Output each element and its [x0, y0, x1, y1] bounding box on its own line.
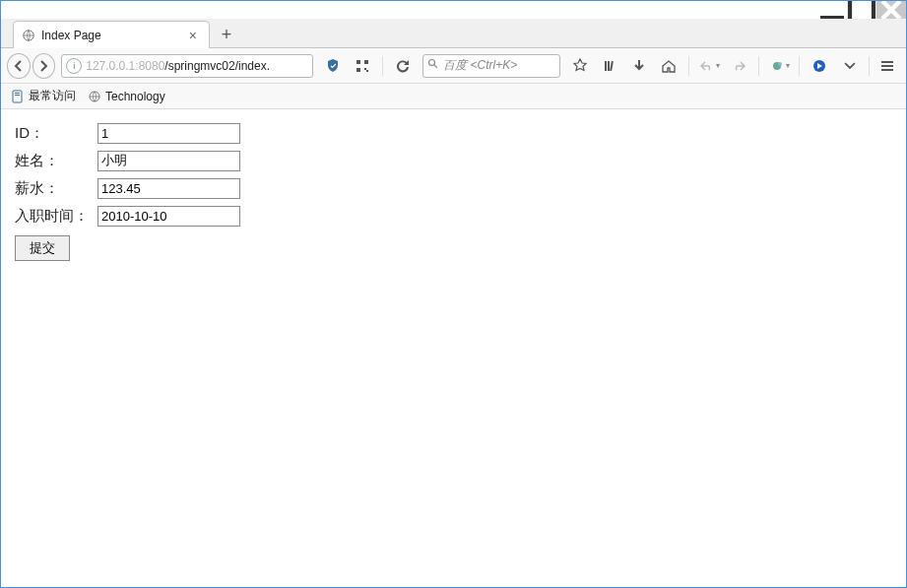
separator: [799, 56, 800, 76]
svg-rect-23: [15, 95, 20, 96]
id-label: ID：: [15, 124, 97, 143]
shield-icon[interactable]: [319, 52, 347, 80]
separator: [688, 56, 689, 76]
name-input[interactable]: [97, 151, 240, 171]
bookmark-label: 最常访问: [29, 88, 76, 104]
svg-rect-7: [356, 68, 360, 72]
window-close-button[interactable]: [876, 1, 906, 19]
svg-rect-12: [605, 61, 607, 71]
separator: [758, 56, 759, 76]
info-icon[interactable]: i: [66, 58, 82, 74]
bookmarks-bar: 最常访问 Technology: [1, 84, 906, 109]
star-icon[interactable]: [566, 52, 594, 80]
window-maximize-button[interactable]: [847, 1, 876, 19]
forward-button[interactable]: [32, 53, 56, 79]
submit-button[interactable]: 提交: [15, 235, 70, 261]
bookmark-label: Technology: [105, 90, 165, 103]
page-icon: [11, 90, 25, 103]
svg-rect-14: [610, 60, 614, 70]
svg-rect-13: [608, 61, 610, 71]
address-bar[interactable]: i 127.0.0.1:8080/springmvc02/index.: [61, 54, 313, 78]
qr-icon[interactable]: [349, 52, 376, 80]
svg-rect-21: [13, 91, 22, 102]
new-tab-button[interactable]: +: [214, 22, 239, 47]
extension-icon-1[interactable]: ▾: [765, 52, 793, 80]
svg-line-11: [434, 65, 437, 68]
extension-icon-2[interactable]: [806, 52, 833, 80]
salary-input[interactable]: [97, 178, 240, 199]
name-label: 姓名：: [15, 152, 97, 170]
tab-close-button[interactable]: ×: [185, 28, 201, 43]
separator: [869, 56, 870, 76]
library-icon[interactable]: [596, 52, 623, 80]
window-minimize-button[interactable]: [817, 1, 847, 19]
search-box[interactable]: 百度 <Ctrl+K>: [422, 54, 560, 78]
globe-icon: [88, 90, 101, 103]
tab-strip: Index Page × +: [1, 19, 906, 48]
hiredate-label: 入职时间：: [15, 207, 97, 226]
undo-icon[interactable]: ▾: [695, 52, 723, 80]
globe-icon: [22, 29, 35, 42]
svg-point-16: [778, 62, 782, 66]
svg-rect-18: [881, 61, 893, 63]
hamburger-menu-button[interactable]: [875, 52, 900, 80]
page-content: ID： 姓名： 薪水： 入职时间： 提交: [1, 109, 906, 587]
salary-label: 薪水：: [15, 179, 97, 198]
nav-toolbar: i 127.0.0.1:8080/springmvc02/index. 百度 <…: [1, 48, 906, 84]
id-input[interactable]: [97, 123, 240, 144]
svg-rect-22: [15, 93, 20, 94]
reload-button[interactable]: [389, 52, 417, 80]
home-icon[interactable]: [655, 52, 682, 80]
svg-rect-6: [364, 60, 368, 64]
separator: [382, 56, 383, 76]
search-placeholder: 百度 <Ctrl+K>: [443, 57, 517, 74]
window-titlebar: [1, 1, 906, 19]
svg-point-10: [429, 60, 435, 66]
search-icon: [427, 58, 439, 73]
url-text: 127.0.0.1:8080/springmvc02/index.: [86, 59, 270, 73]
overflow-icon[interactable]: [837, 52, 862, 80]
redo-icon[interactable]: [725, 52, 752, 80]
bookmark-most-visited[interactable]: 最常访问: [7, 86, 80, 106]
svg-rect-5: [356, 60, 360, 64]
svg-rect-20: [881, 69, 893, 71]
svg-rect-9: [366, 70, 368, 72]
svg-rect-8: [364, 68, 366, 70]
back-button[interactable]: [7, 53, 31, 79]
tab-title: Index Page: [41, 29, 185, 42]
browser-tab[interactable]: Index Page ×: [13, 21, 210, 48]
svg-rect-19: [881, 65, 893, 67]
bookmark-technology[interactable]: Technology: [84, 88, 169, 105]
download-icon[interactable]: [625, 52, 653, 80]
hiredate-input[interactable]: [97, 206, 240, 227]
